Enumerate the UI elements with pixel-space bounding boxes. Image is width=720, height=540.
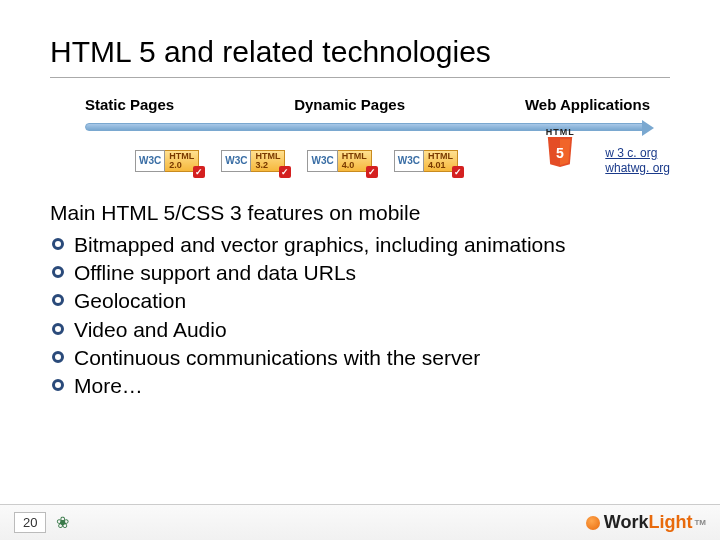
list-item: Continuous communications with the serve… xyxy=(50,344,670,372)
slide-title: HTML 5 and related technologies xyxy=(50,35,670,69)
subheading: Main HTML 5/CSS 3 features on mobile xyxy=(50,201,670,225)
slide-footer: 20 ❀ WorkLightTM xyxy=(0,504,720,540)
check-icon: ✓ xyxy=(452,166,464,178)
col-dynamic: Dynamic Pages xyxy=(294,96,405,113)
list-item: Video and Audio xyxy=(50,316,670,344)
badges-row: W3C HTML2.0 ✓ W3C HTML3.2 ✓ W3C HTML4.0 … xyxy=(135,139,670,183)
html5-logo: HTML 5 xyxy=(545,127,575,171)
col-webapps: Web Applications xyxy=(525,96,650,113)
brand-logo: WorkLightTM xyxy=(586,512,706,533)
col-static: Static Pages xyxy=(85,96,174,113)
brand-dot-icon xyxy=(586,516,600,530)
link-w3c[interactable]: w 3 c. org xyxy=(605,146,670,161)
spec-links: w 3 c. org whatwg. org xyxy=(605,146,670,176)
list-item: Offline support and data URLs xyxy=(50,259,670,287)
decorative-icon: ❀ xyxy=(56,513,69,532)
check-icon: ✓ xyxy=(366,166,378,178)
list-item: Bitmapped and vector graphics, including… xyxy=(50,231,670,259)
w3c-badge-html40: W3C HTML4.0 ✓ xyxy=(307,150,371,172)
feature-list: Bitmapped and vector graphics, including… xyxy=(50,231,670,401)
w3c-badge-html401: W3C HTML4.01 ✓ xyxy=(394,150,458,172)
svg-text:5: 5 xyxy=(556,145,564,161)
w3c-badge-html20: W3C HTML2.0 ✓ xyxy=(135,150,199,172)
link-whatwg[interactable]: whatwg. org xyxy=(605,161,670,176)
divider xyxy=(50,77,670,78)
page-number: 20 xyxy=(14,512,46,533)
html5-shield-icon: 5 xyxy=(545,137,575,171)
list-item: More… xyxy=(50,372,670,400)
list-item: Geolocation xyxy=(50,287,670,315)
check-icon: ✓ xyxy=(193,166,205,178)
column-headers: Static Pages Dynamic Pages Web Applicati… xyxy=(50,96,670,113)
check-icon: ✓ xyxy=(279,166,291,178)
w3c-badge-html32: W3C HTML3.2 ✓ xyxy=(221,150,285,172)
